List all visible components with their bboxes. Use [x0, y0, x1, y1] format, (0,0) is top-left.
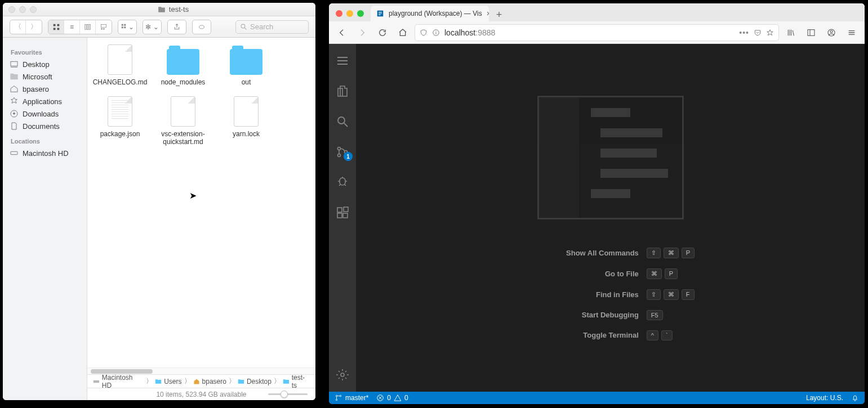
back-button[interactable] [333, 24, 350, 41]
library-button[interactable] [782, 24, 799, 41]
sidebar-item-desktop[interactable]: Desktop [3, 58, 87, 70]
svg-rect-13 [124, 26, 126, 28]
tab-title: playground (Workspace) — Vis [389, 10, 482, 17]
sidebar-item-microsoft[interactable]: Microsoft [3, 70, 87, 83]
svg-point-37 [338, 147, 341, 150]
back-button[interactable]: 〈 [10, 20, 26, 34]
finder-statusbar: 10 items, 523.94 GB available [87, 388, 315, 400]
path-crumb[interactable]: Desktop [238, 378, 271, 385]
svg-rect-3 [57, 28, 59, 30]
finder-title: test-ts [37, 5, 310, 14]
status-bell-icon[interactable] [851, 394, 859, 402]
file-label: yarn.lock [218, 130, 274, 138]
sidebar-item-documents[interactable]: Documents [3, 120, 87, 132]
favourites-heading: Favourites [3, 47, 87, 58]
file-item[interactable]: yarn.lock [218, 96, 274, 146]
bookmark-icon[interactable] [766, 29, 774, 37]
file-item[interactable]: package.json [92, 96, 148, 146]
action-button[interactable]: ✻ ⌄ [143, 20, 162, 34]
file-item[interactable]: node_modules [155, 44, 211, 86]
document-icon [171, 96, 195, 127]
menu-button[interactable] [843, 24, 860, 41]
locations-heading: Locations [3, 136, 87, 147]
extensions-icon[interactable] [329, 200, 356, 225]
svg-rect-48 [600, 128, 662, 137]
list-view-button[interactable]: ≡ [64, 20, 80, 34]
svg-rect-6 [89, 24, 90, 29]
zoom-slider[interactable] [268, 393, 308, 395]
finder-search[interactable]: Search [235, 20, 309, 34]
traffic-lights[interactable] [329, 10, 371, 21]
svg-point-28 [830, 30, 833, 33]
path-crumb[interactable]: test-ts [283, 374, 310, 389]
status-problems[interactable]: 0 0 [376, 394, 408, 402]
svg-point-15 [241, 24, 245, 28]
horizontal-scrollbar[interactable] [87, 367, 315, 374]
vscode-statusbar: master* 0 0 Layout: U.S. [329, 392, 865, 404]
url-bar[interactable]: localhost:9888 ••• [415, 24, 779, 41]
folder-icon [167, 49, 199, 75]
file-item[interactable]: out [218, 44, 274, 86]
shortcut-row: Start DebuggingF5 [526, 310, 695, 320]
icon-view-button[interactable] [48, 20, 64, 34]
file-label: vsc-extension-quickstart.md [155, 130, 211, 146]
shortcut-label: Find in Files [526, 290, 639, 299]
pocket-icon[interactable] [754, 29, 762, 37]
key-combo: ⇧⌘P [647, 248, 695, 258]
close-tab-icon[interactable]: × [487, 9, 489, 18]
shortcut-row: Go to File⌘P [526, 268, 695, 279]
svg-line-16 [245, 28, 247, 29]
browser-tab[interactable]: playground (Workspace) — Vis × [371, 6, 489, 21]
account-button[interactable] [823, 24, 840, 41]
svg-point-52 [336, 395, 337, 396]
column-view-button[interactable] [80, 20, 96, 34]
path-crumb[interactable]: Users [155, 378, 181, 385]
sidebar-item-macintosh-hd[interactable]: Macintosh HD [3, 147, 87, 159]
key-combo: ⌘P [647, 268, 678, 279]
key-combo: F5 [647, 310, 663, 320]
forward-button[interactable] [354, 24, 371, 41]
status-branch[interactable]: master* [335, 394, 368, 402]
reload-button[interactable] [374, 24, 391, 41]
view-switcher: ≡ [48, 20, 112, 34]
shortcut-row: Show All Commands⇧⌘P [526, 248, 695, 258]
finder-titlebar[interactable]: test-ts [3, 3, 315, 16]
explorer-icon[interactable] [329, 79, 356, 104]
svg-point-53 [336, 399, 337, 400]
sidebar-item-bpasero[interactable]: bpasero [3, 83, 87, 95]
forward-button[interactable]: 〉 [26, 20, 42, 34]
svg-rect-10 [122, 24, 123, 25]
traffic-lights[interactable] [8, 6, 37, 13]
debug-icon[interactable] [329, 170, 356, 195]
path-crumb[interactable]: bpasero [193, 378, 226, 385]
sidebar-item-downloads[interactable]: Downloads [3, 107, 87, 120]
sidebar-button[interactable] [803, 24, 820, 41]
page-actions-icon[interactable]: ••• [739, 28, 749, 37]
settings-icon[interactable] [329, 362, 356, 387]
svg-point-38 [338, 154, 341, 157]
share-button[interactable] [167, 20, 186, 34]
menu-icon[interactable] [329, 48, 356, 73]
search-icon[interactable] [329, 109, 356, 134]
empty-editor[interactable]: Show All Commands⇧⌘PGo to File⌘PFind in … [356, 44, 865, 392]
sidebar-item-applications[interactable]: Applications [3, 95, 87, 107]
file-item[interactable]: CHANGELOG.md [92, 44, 148, 86]
file-item[interactable]: vsc-extension-quickstart.md [155, 96, 211, 146]
svg-rect-50 [600, 169, 668, 178]
finder-content[interactable]: CHANGELOG.mdnode_modulesoutpackage.jsonv… [87, 38, 315, 400]
tag-button[interactable] [192, 20, 211, 34]
key-combo: ⇧⌘F [647, 289, 695, 300]
status-layout[interactable]: Layout: U.S. [806, 394, 843, 402]
source-control-icon[interactable]: 1 [329, 140, 356, 164]
new-tab-button[interactable]: + [491, 8, 507, 21]
gallery-view-button[interactable] [96, 20, 112, 34]
activity-bar: 1 [329, 44, 356, 392]
url-text: localhost:9888 [444, 28, 495, 37]
file-label: CHANGELOG.md [92, 78, 148, 86]
file-label: node_modules [155, 78, 211, 86]
vscode-favicon [376, 10, 384, 17]
file-grid[interactable]: CHANGELOG.mdnode_modulesoutpackage.jsonv… [87, 38, 315, 367]
group-button[interactable]: ⌄ [118, 20, 137, 34]
path-crumb[interactable]: Macintosh HD [93, 374, 144, 389]
home-button[interactable] [394, 24, 411, 41]
